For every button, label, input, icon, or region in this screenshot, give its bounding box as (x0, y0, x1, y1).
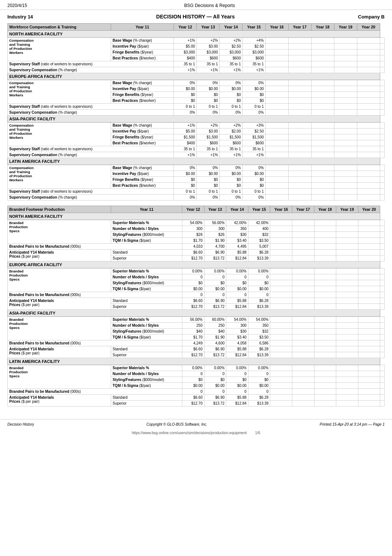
cell (311, 134, 334, 140)
cell: $0.00 (197, 171, 220, 177)
cell: $0 (204, 377, 226, 383)
cell: 35 to 1 (174, 61, 197, 67)
footer-center: Copyright © GLO-BUS Software, Inc. (147, 422, 207, 426)
cell (314, 377, 336, 383)
col-year17: Year 17 (288, 24, 311, 31)
supervisory-comp-label: Supervisory Compensation (% change) (8, 67, 174, 73)
cell: $6.60 (182, 298, 204, 304)
cell (265, 146, 288, 152)
cell (336, 317, 358, 323)
cell: 0% (243, 110, 265, 116)
cell (270, 268, 292, 274)
cell (311, 189, 334, 195)
cell: 54.00% (226, 317, 248, 323)
cell: $3.50 (248, 334, 270, 340)
cell (336, 274, 358, 280)
cell (288, 152, 311, 158)
cell: 0.00% (182, 268, 204, 274)
cell: 4,249 (182, 340, 204, 346)
cell (311, 86, 334, 92)
page-footer: Decision History Copyright © GLO-BUS Sof… (0, 419, 392, 429)
cell (380, 171, 384, 177)
cell: $30 (226, 329, 248, 334)
branded-section: Branded Footwear Production Year 11 Year… (7, 206, 385, 406)
cell: 0 to 1 (220, 104, 243, 110)
cell: $6.60 (182, 250, 204, 255)
cell (380, 226, 385, 232)
cell: 0 (248, 292, 270, 298)
cell (265, 177, 288, 183)
cell: $6.90 (204, 298, 226, 304)
cell (380, 134, 384, 140)
cell: $0 (174, 183, 197, 189)
cell (334, 195, 357, 200)
cell (336, 395, 358, 401)
cell (380, 232, 385, 238)
cell (334, 183, 357, 189)
cell (380, 377, 385, 383)
cell: $0.00 (220, 86, 243, 92)
branded-facility-name: LATIN AMERICA FACILITY (8, 358, 380, 365)
cell: 0% (197, 165, 220, 171)
cell: $40 (204, 329, 226, 334)
cell: 4,600 (204, 340, 226, 346)
company-label: Company B (358, 14, 385, 20)
cell (288, 110, 311, 116)
cell (314, 383, 336, 389)
cell: $13.72 (204, 401, 226, 406)
cell: $0 (182, 377, 204, 383)
workforce-section: Workforce Compensation & Training Year 1… (7, 23, 385, 200)
cell (311, 49, 334, 55)
cell: $600 (243, 140, 265, 146)
standard-label: Standard (111, 395, 182, 401)
cell (380, 268, 385, 274)
cell (270, 383, 292, 389)
footer-url: https://www.bsg-online.com/users/sim/dec… (0, 429, 392, 436)
cell (311, 104, 334, 110)
cell (358, 280, 380, 286)
cell (357, 104, 380, 110)
main-content: Industry 14 DECISION HISTORY — All Years… (0, 10, 392, 415)
cell (380, 104, 384, 110)
cell (336, 304, 358, 310)
cell (380, 255, 385, 261)
cell: $0 (243, 177, 265, 183)
cell: $0 (248, 280, 270, 286)
cell (311, 123, 334, 128)
row-label: Base Wage (% change) (111, 123, 174, 128)
comp-row: Compensationand Trainingof ProductionWor… (8, 80, 385, 86)
cell: 0 (204, 371, 226, 377)
cell (358, 346, 380, 352)
group-label: Compensationand Trainingof ProductionWor… (8, 165, 111, 189)
cell: $0 (248, 377, 270, 383)
cell (292, 329, 314, 334)
cell: $12.84 (226, 352, 248, 358)
cell (270, 274, 292, 280)
cell: 0 (226, 292, 248, 298)
cell (265, 110, 288, 116)
cell: $0 (226, 377, 248, 383)
cell: +1% (174, 38, 197, 44)
cell: 35 to 1 (174, 146, 197, 152)
cell (336, 220, 358, 226)
row-label: Incentive Pay ($/pair) (111, 44, 174, 49)
cell: $1,500 (243, 134, 265, 140)
cell (288, 189, 311, 195)
cell: +1% (220, 67, 243, 73)
cell (334, 86, 357, 92)
standard-label: Standard (111, 346, 182, 352)
cell (311, 44, 334, 49)
cell: 0 (248, 274, 270, 280)
cell (380, 128, 384, 134)
cell (357, 86, 380, 92)
cell (357, 92, 380, 98)
cell (265, 86, 288, 92)
cell (380, 401, 385, 406)
cell (314, 365, 336, 371)
cell (358, 298, 380, 304)
cell (380, 329, 385, 334)
row-label: Best Practices ($/worker) (111, 183, 174, 189)
cell (311, 61, 334, 67)
cell: 0.00% (182, 365, 204, 371)
cell (292, 346, 314, 352)
